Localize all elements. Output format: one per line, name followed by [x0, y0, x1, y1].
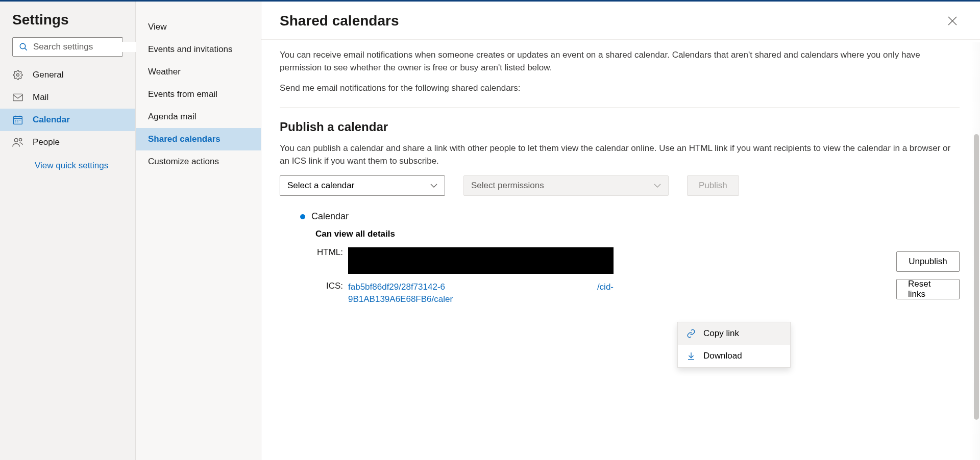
sub-events-invitations[interactable]: Events and invitations	[136, 38, 261, 61]
settings-categories-pane: Settings General Mail C	[0, 2, 136, 460]
published-calendar-details: Can view all details HTML: ICS: fab5bf86…	[280, 229, 960, 305]
close-button[interactable]	[945, 14, 960, 28]
nav-label: Mail	[33, 92, 48, 103]
nav-label: People	[33, 137, 60, 147]
calendar-color-dot	[300, 214, 305, 219]
ics-link-fragment-c: 9B1AB139A6E68FB6/caler	[348, 294, 453, 304]
gear-icon	[12, 69, 23, 81]
svg-point-2	[17, 74, 19, 76]
divider	[280, 107, 960, 108]
ics-link-fragment-b: /cid-	[597, 281, 614, 293]
settings-dialog: Settings General Mail C	[0, 2, 980, 460]
reset-links-button[interactable]: Reset links	[896, 279, 960, 299]
unpublish-button[interactable]: Unpublish	[896, 251, 960, 272]
scrollbar-track[interactable]	[971, 42, 980, 460]
search-input[interactable]	[33, 42, 141, 52]
people-icon	[12, 137, 23, 148]
sub-weather[interactable]: Weather	[136, 61, 261, 83]
ics-label: ICS:	[315, 281, 343, 291]
mail-icon	[12, 92, 23, 103]
sub-shared-calendars[interactable]: Shared calendars	[136, 128, 261, 150]
svg-point-14	[19, 138, 22, 141]
sub-view[interactable]: View	[136, 16, 261, 38]
sub-events-from-email[interactable]: Events from email	[136, 83, 261, 106]
published-calendar-row: Calendar	[280, 211, 960, 222]
select-permissions-dropdown: Select permissions	[463, 175, 669, 196]
nav-label: General	[33, 70, 63, 80]
svg-line-1	[25, 48, 27, 50]
view-quick-settings-link[interactable]: View quick settings	[0, 154, 135, 171]
scrollbar-thumb[interactable]	[974, 134, 979, 420]
sub-agenda-mail[interactable]: Agenda mail	[136, 106, 261, 128]
ics-link-text[interactable]: fab5bf86df29/28f73142-6 /cid- 9B1AB139A6…	[348, 281, 614, 305]
svg-rect-3	[13, 94, 22, 100]
context-copy-label: Copy link	[703, 328, 739, 339]
select-calendar-label: Select a calendar	[287, 181, 354, 191]
link-context-menu: Copy link Download	[677, 322, 791, 368]
nav-people[interactable]: People	[0, 131, 135, 154]
html-link-redacted[interactable]	[348, 247, 614, 274]
context-download-label: Download	[703, 351, 742, 361]
settings-content-pane: Shared calendars You can receive email n…	[261, 2, 980, 460]
select-calendar-dropdown[interactable]: Select a calendar	[280, 175, 445, 196]
page-title: Shared calendars	[280, 13, 399, 29]
download-icon	[686, 351, 696, 361]
nav-calendar[interactable]: Calendar	[0, 109, 135, 131]
settings-suboptions-pane: View Events and invitations Weather Even…	[136, 2, 261, 460]
chevron-down-icon	[654, 183, 661, 188]
nav-mail[interactable]: Mail	[0, 86, 135, 109]
context-copy-link[interactable]: Copy link	[678, 322, 790, 345]
calendar-icon	[12, 114, 23, 125]
link-icon	[686, 328, 696, 339]
publish-controls-row: Select a calendar Select permissions Pub…	[280, 175, 960, 196]
published-calendar-actions: Unpublish Reset links	[896, 251, 960, 299]
select-permissions-label: Select permissions	[471, 181, 544, 191]
html-label: HTML:	[315, 247, 343, 258]
ics-link-fragment-a: fab5bf86df29/28f73142-6	[348, 281, 445, 293]
publish-button: Publish	[687, 175, 739, 196]
notification-prompt: Send me email notifications for the foll…	[280, 82, 960, 95]
search-icon	[19, 42, 28, 52]
search-wrap	[0, 37, 135, 64]
svg-point-0	[20, 43, 26, 49]
nav-label: Calendar	[33, 115, 70, 125]
publish-section-title: Publish a calendar	[280, 120, 960, 134]
content-header: Shared calendars	[261, 2, 980, 40]
publish-description: You can publish a calendar and share a l…	[280, 142, 960, 167]
settings-title: Settings	[0, 12, 135, 37]
permission-level-label: Can view all details	[315, 229, 960, 239]
html-link-row: HTML:	[315, 247, 960, 274]
chevron-down-icon	[430, 183, 437, 188]
search-settings-box[interactable]	[12, 37, 123, 57]
calendar-name: Calendar	[311, 211, 349, 222]
notification-description: You can receive email notifications when…	[280, 49, 960, 74]
svg-point-13	[14, 138, 18, 142]
ics-link-row: ICS: fab5bf86df29/28f73142-6 /cid- 9B1AB…	[315, 281, 960, 305]
context-download[interactable]: Download	[678, 345, 790, 367]
sub-customize-actions[interactable]: Customize actions	[136, 150, 261, 173]
nav-general[interactable]: General	[0, 64, 135, 86]
content-body: You can receive email notifications when…	[261, 40, 980, 457]
